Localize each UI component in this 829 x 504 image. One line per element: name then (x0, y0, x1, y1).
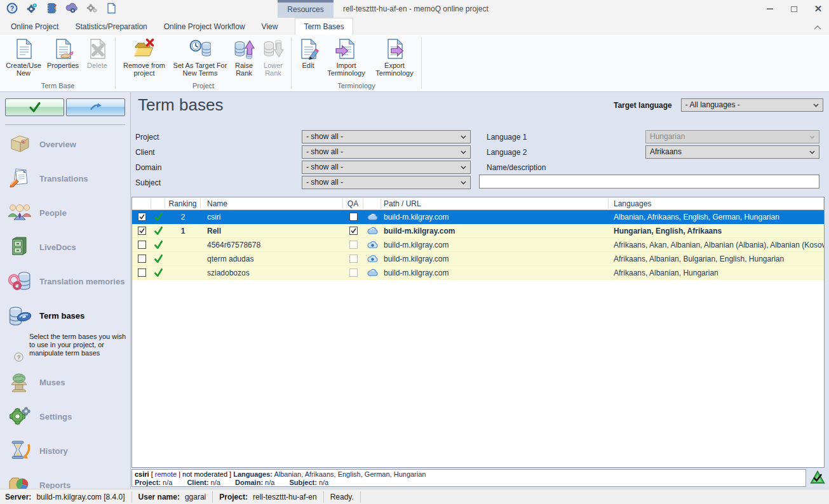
subject-filter-select[interactable]: - show all - (302, 176, 471, 189)
help-icon[interactable]: ? (6, 3, 18, 14)
contextual-tab-group[interactable]: Resources (278, 0, 334, 18)
chevron-down-icon (809, 150, 815, 154)
ribbon-separator (421, 37, 422, 89)
lower-rank-button[interactable]: Lower Rank (258, 36, 288, 77)
include-checkbox[interactable] (138, 241, 146, 249)
include-checkbox[interactable] (138, 227, 146, 235)
column-path-url[interactable]: Path / URL (381, 199, 609, 209)
chevron-down-icon (461, 166, 466, 169)
tab-statistics-preparation[interactable]: Statistics/Preparation (67, 19, 155, 35)
column-languages[interactable]: Languages (609, 199, 824, 209)
sidebar: Overview Translations People LiveDocs Tr… (0, 92, 131, 489)
delete-button[interactable]: Delete (82, 36, 112, 69)
sidebar-item-livedocs[interactable]: LiveDocs (0, 230, 130, 264)
project-filter-label: Project (135, 133, 159, 142)
sidebar-item-settings[interactable]: Settings (0, 399, 130, 434)
revert-changes-button[interactable] (66, 98, 125, 116)
create-use-new-button[interactable]: Create/Use New (3, 36, 44, 77)
info-remote-flag: remote (155, 470, 177, 478)
sidebar-item-overview[interactable]: Overview (0, 127, 130, 161)
apply-changes-button[interactable] (5, 98, 64, 116)
table-row[interactable]: 2 csiri build-m.kilgray.com Albanian, Af… (132, 210, 824, 224)
tab-online-project-workflow[interactable]: Online Project Workflow (156, 19, 253, 35)
in-use-check-icon (154, 226, 163, 235)
in-use-check-icon (154, 268, 163, 277)
qa-checkbox[interactable] (349, 269, 358, 277)
table-row[interactable]: 4564r67578678 build-m.kilgray.com Afrika… (132, 238, 824, 252)
raise-rank-button[interactable]: Raise Rank (230, 36, 258, 77)
sidebar-item-translations[interactable]: Translations (0, 161, 130, 196)
chevron-down-icon (461, 135, 466, 139)
ribbon: Create/Use New Properties Delete Term Ba… (0, 35, 829, 92)
export-terminology-button[interactable]: Export Terminology (370, 36, 419, 77)
qa-checkbox[interactable] (349, 241, 358, 249)
collapse-ribbon-icon[interactable] (814, 23, 821, 32)
contacts-book-icon[interactable] (46, 3, 57, 14)
remote-cloud-icon (367, 269, 379, 277)
language1-label: Language 1 (487, 133, 527, 142)
table-row[interactable]: sziadobozos build-m.kilgray.com Afrikaan… (132, 266, 824, 280)
domain-filter-select[interactable]: - show all - (302, 161, 471, 174)
column-name[interactable]: Name (201, 199, 343, 209)
maximize-button[interactable] (790, 4, 799, 13)
sidebar-item-translation-memories[interactable]: Translation memories (0, 264, 130, 298)
ribbon-separator (291, 37, 292, 89)
green-check-icon (28, 102, 42, 113)
table-row[interactable]: qterm adudas build-m.kilgray.com Afrikaa… (132, 252, 824, 266)
edit-button[interactable]: Edit (294, 36, 322, 69)
target-language-select[interactable]: - All languages - (681, 98, 823, 112)
tab-online-project[interactable]: Online Project (3, 19, 67, 35)
language2-select[interactable]: Afrikaans (645, 145, 819, 159)
document-icon[interactable] (106, 3, 116, 14)
remove-from-project-button[interactable]: Remove from project (118, 36, 170, 77)
close-button[interactable]: ✕ (814, 4, 823, 13)
settings-gears-icon[interactable] (26, 3, 37, 14)
column-ranking[interactable]: Ranking (165, 199, 201, 209)
qa-checkbox[interactable] (349, 255, 358, 263)
target-clock-database-icon (189, 38, 211, 60)
sidebar-item-reports[interactable]: Reports (0, 468, 130, 489)
lower-rank-icon (262, 38, 284, 60)
column-qa[interactable]: QA (343, 199, 363, 209)
qa-checkbox[interactable] (349, 213, 358, 221)
sidebar-item-label: Reports (39, 481, 71, 489)
set-as-target-button[interactable]: Set As Target For New Terms (170, 36, 230, 77)
sidebar-divider (5, 124, 125, 125)
status-bar: Server:build-m.kilgray.com [8.4.0] User … (0, 489, 829, 504)
livedocs-cabinet-icon (6, 235, 33, 258)
name-description-input[interactable] (479, 175, 819, 189)
import-terminology-button[interactable]: Import Terminology (322, 36, 370, 77)
sidebar-item-people[interactable]: People (0, 196, 130, 230)
options-gears-icon[interactable] (86, 3, 98, 14)
table-header: Ranking Name QA Path / URL Languages (132, 197, 824, 210)
client-filter-select[interactable]: - show all - (302, 145, 471, 159)
sidebar-item-term-bases[interactable]: Term bases (0, 298, 130, 333)
translation-memories-icon (6, 270, 33, 293)
include-checkbox[interactable] (138, 213, 146, 221)
ribbon-group-project: Remove from project Set As Target For Ne… (116, 35, 290, 91)
include-checkbox[interactable] (138, 269, 146, 277)
properties-button[interactable]: Properties (44, 36, 82, 69)
project-filter-select[interactable]: - show all - (302, 130, 471, 143)
sidebar-item-muses[interactable]: Muses (0, 365, 130, 399)
qa-checkbox[interactable] (349, 227, 358, 235)
client-filter-label: Client (135, 148, 155, 157)
ribbon-group-term-base: Create/Use New Properties Delete Term Ba… (1, 35, 114, 91)
server-cloud-icon[interactable] (65, 3, 78, 14)
sidebar-item-label: People (39, 208, 67, 218)
tab-term-bases[interactable]: Term Bases (295, 18, 353, 35)
svg-text:?: ? (17, 354, 20, 361)
people-icon (6, 201, 33, 224)
history-hourglass-icon (6, 439, 33, 462)
table-row[interactable]: 1 Rell build-m.kilgray.com Hungarian, En… (132, 224, 824, 238)
sidebar-item-history[interactable]: History (0, 434, 130, 468)
status-user-name: User name:ggarai (138, 491, 213, 503)
ribbon-tabs: Online Project Statistics/Preparation On… (0, 18, 829, 35)
minimize-button[interactable] (765, 4, 774, 13)
info-moderation-flag: not moderated (182, 470, 227, 478)
language1-select[interactable]: Hungarian (645, 130, 819, 143)
info-languages-label: Languages: (233, 470, 273, 478)
include-checkbox[interactable] (138, 255, 146, 263)
term-bases-icon (6, 304, 33, 327)
tab-view[interactable]: View (253, 19, 286, 35)
